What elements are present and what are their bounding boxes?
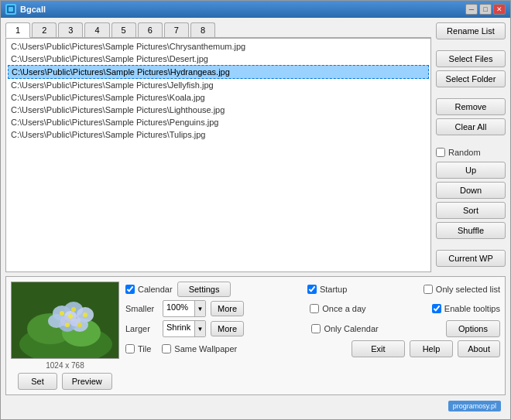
options-button[interactable]: Options bbox=[446, 320, 500, 337]
svg-point-17 bbox=[83, 312, 87, 317]
about-button[interactable]: About bbox=[458, 340, 500, 357]
smaller-label: Smaller bbox=[125, 304, 158, 313]
exit-button[interactable]: Exit bbox=[352, 340, 404, 357]
random-row: Random bbox=[436, 146, 506, 159]
bottom-area: 1024 x 768 Set Preview Calendar Settings bbox=[5, 276, 506, 395]
only-selected-list-label: Only selected list bbox=[436, 285, 500, 294]
select-files-button[interactable]: Select Files bbox=[436, 50, 506, 67]
same-wallpaper-checkbox[interactable] bbox=[162, 344, 171, 353]
tab-1[interactable]: 1 bbox=[5, 22, 30, 38]
only-calendar-row: Only Calendar bbox=[311, 323, 378, 335]
list-item[interactable]: C:\Users\Public\Pictures\Sample Pictures… bbox=[8, 53, 429, 65]
tab-4[interactable]: 4 bbox=[84, 22, 109, 37]
once-a-day-label: Once a day bbox=[322, 304, 365, 313]
list-item[interactable]: C:\Users\Public\Pictures\Sample Pictures… bbox=[8, 40, 429, 53]
svg-point-16 bbox=[71, 307, 76, 312]
file-list[interactable]: C:\Users\Public\Pictures\Sample Pictures… bbox=[5, 38, 431, 272]
maximize-button[interactable]: □ bbox=[479, 4, 492, 15]
only-selected-list-checkbox[interactable] bbox=[424, 285, 433, 294]
sort-button[interactable]: Sort bbox=[436, 202, 506, 219]
startup-checkbox[interactable] bbox=[307, 285, 317, 294]
calendar-row: Calendar bbox=[125, 283, 173, 295]
title-bar: Bgcall ─ □ ✕ bbox=[1, 1, 510, 18]
content-area: 1 2 3 4 5 6 7 8 C:\Users\Public\Pictures… bbox=[1, 18, 510, 419]
tab-2[interactable]: 2 bbox=[32, 22, 57, 37]
row-larger: Larger Shrink ▼ More Only Calendar Optio… bbox=[125, 320, 500, 337]
tab-bar: 1 2 3 4 5 6 7 8 bbox=[5, 22, 431, 38]
row-smaller: Smaller 100% ▼ More Once a day Enable t bbox=[125, 300, 500, 317]
tab-3[interactable]: 3 bbox=[58, 22, 83, 37]
list-item[interactable]: C:\Users\Public\Pictures\Sample Pictures… bbox=[8, 128, 429, 141]
minimize-button[interactable]: ─ bbox=[465, 4, 478, 15]
startup-label: Startup bbox=[320, 285, 347, 294]
programosy-strip: programosy.pl bbox=[5, 399, 506, 415]
only-selected-list-row: Only selected list bbox=[424, 283, 500, 295]
same-wallpaper-label: Same Wallpaper bbox=[174, 344, 237, 353]
list-item[interactable]: C:\Users\Public\Pictures\Sample Pictures… bbox=[8, 79, 429, 91]
preview-button[interactable]: Preview bbox=[62, 373, 112, 390]
tab-6[interactable]: 6 bbox=[138, 22, 163, 37]
title-controls: ─ □ ✕ bbox=[465, 4, 506, 15]
remove-button[interactable]: Remove bbox=[436, 98, 506, 115]
right-panel: Rename List Select Files Select Folder R… bbox=[436, 22, 506, 272]
list-item[interactable]: C:\Users\Public\Pictures\Sample Pictures… bbox=[8, 91, 429, 104]
programosy-badge: programosy.pl bbox=[448, 401, 501, 411]
random-label: Random bbox=[448, 148, 481, 157]
enable-tooltips-label: Enable tooltips bbox=[444, 304, 500, 313]
list-item[interactable]: C:\Users\Public\Pictures\Sample Pictures… bbox=[8, 65, 429, 79]
tab-5[interactable]: 5 bbox=[111, 22, 136, 37]
tile-checkbox[interactable] bbox=[125, 344, 135, 353]
list-item[interactable]: C:\Users\Public\Pictures\Sample Pictures… bbox=[8, 116, 429, 128]
clear-all-button[interactable]: Clear All bbox=[436, 118, 506, 135]
startup-row: Startup bbox=[307, 283, 347, 295]
tab-7[interactable]: 7 bbox=[164, 22, 189, 37]
larger-dropdown[interactable]: Shrink ▼ bbox=[163, 320, 206, 337]
app-icon bbox=[5, 4, 16, 15]
svg-point-18 bbox=[77, 323, 82, 327]
once-a-day-checkbox[interactable] bbox=[310, 304, 319, 313]
down-button[interactable]: Down bbox=[436, 182, 506, 199]
once-a-day-row: Once a day bbox=[310, 302, 365, 315]
only-calendar-label: Only Calendar bbox=[324, 324, 378, 333]
shuffle-button[interactable]: Shuffle bbox=[436, 222, 506, 239]
larger-arrow-icon[interactable]: ▼ bbox=[194, 321, 205, 336]
row-calendar: Calendar Settings Startup Only selected … bbox=[125, 282, 500, 297]
enable-tooltips-checkbox[interactable] bbox=[432, 304, 441, 313]
current-wp-button[interactable]: Current WP bbox=[436, 250, 506, 267]
tile-row: Tile bbox=[125, 343, 151, 355]
tab-8[interactable]: 8 bbox=[190, 22, 215, 37]
random-checkbox[interactable] bbox=[436, 148, 445, 157]
window-title: Bgcall bbox=[20, 5, 46, 14]
title-bar-left: Bgcall bbox=[5, 4, 46, 15]
controls-area: Calendar Settings Startup Only selected … bbox=[125, 282, 500, 357]
smaller-more-button[interactable]: More bbox=[211, 301, 244, 316]
calendar-checkbox[interactable] bbox=[125, 285, 135, 294]
tile-label: Tile bbox=[138, 344, 151, 353]
main-window: Bgcall ─ □ ✕ 1 2 3 4 5 6 7 8 bbox=[0, 0, 511, 420]
select-folder-button[interactable]: Select Folder bbox=[436, 70, 506, 87]
main-area: 1 2 3 4 5 6 7 8 C:\Users\Public\Pictures… bbox=[5, 22, 506, 272]
thumbnail-image bbox=[11, 282, 119, 359]
larger-label: Larger bbox=[125, 324, 158, 333]
larger-more-button[interactable]: More bbox=[211, 321, 244, 336]
up-button[interactable]: Up bbox=[436, 162, 506, 179]
close-button[interactable]: ✕ bbox=[493, 4, 506, 15]
set-button[interactable]: Set bbox=[18, 373, 57, 390]
settings-button[interactable]: Settings bbox=[177, 282, 231, 297]
only-calendar-checkbox[interactable] bbox=[311, 324, 321, 333]
svg-rect-1 bbox=[9, 7, 13, 12]
larger-value: Shrink bbox=[163, 321, 194, 336]
smaller-arrow-icon[interactable]: ▼ bbox=[194, 301, 205, 316]
svg-point-20 bbox=[68, 314, 73, 319]
thumbnail-panel: 1024 x 768 Set Preview bbox=[11, 282, 119, 390]
left-panel: 1 2 3 4 5 6 7 8 C:\Users\Public\Pictures… bbox=[5, 22, 431, 272]
rename-list-button[interactable]: Rename List bbox=[436, 22, 506, 39]
row-tile: Tile Same Wallpaper Exit Help About bbox=[125, 340, 500, 357]
smaller-dropdown[interactable]: 100% ▼ bbox=[163, 300, 206, 317]
enable-tooltips-row: Enable tooltips bbox=[432, 302, 500, 315]
svg-point-19 bbox=[65, 323, 70, 327]
same-wallpaper-row: Same Wallpaper bbox=[162, 343, 237, 355]
set-preview-row: Set Preview bbox=[18, 373, 112, 390]
help-button[interactable]: Help bbox=[410, 340, 454, 357]
list-item[interactable]: C:\Users\Public\Pictures\Sample Pictures… bbox=[8, 104, 429, 116]
